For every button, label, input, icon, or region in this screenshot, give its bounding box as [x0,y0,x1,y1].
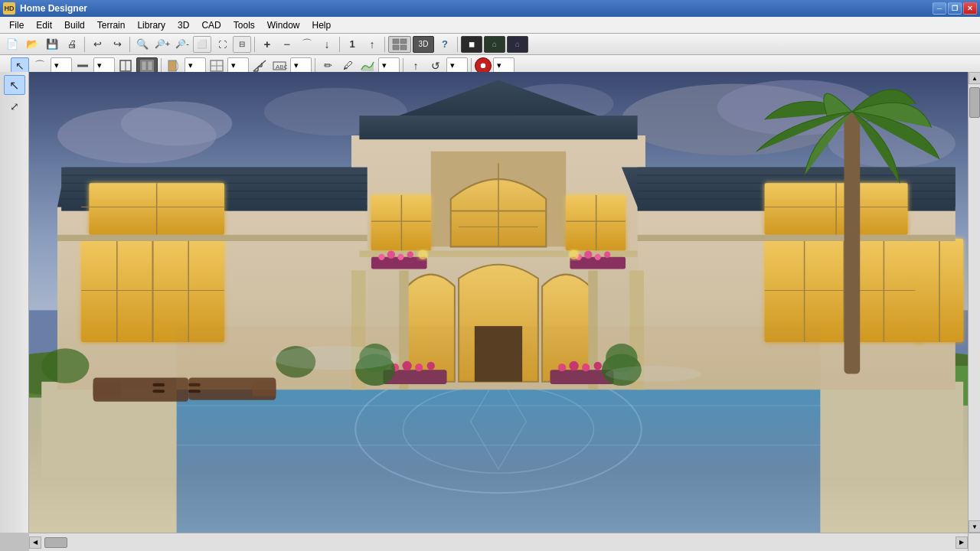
scroll-thumb-v[interactable] [969,87,980,118]
scrollbar-vertical[interactable]: ▲ ▼ [968,72,980,533]
house-render [29,72,968,533]
svg-point-136 [606,366,701,382]
svg-rect-3 [400,45,407,50]
menu-cad[interactable]: CAD [195,17,227,33]
svg-rect-119 [153,383,165,386]
sep5 [384,37,385,52]
menu-bar: File Edit Build Terrain Library 3D CAD T… [0,17,980,34]
svg-rect-105 [57,235,368,241]
redo-button[interactable]: ↪ [108,36,126,53]
camera-3d-button[interactable]: 3D [413,36,434,53]
select-tool-left[interactable]: ↖ [4,75,25,95]
svg-point-81 [604,252,610,258]
scroll-up-button[interactable]: ▲ [969,72,980,84]
left-panel: ↖ ⤢ [0,72,29,533]
svg-point-130 [41,348,89,383]
svg-line-14 [253,60,266,71]
add-button[interactable]: + [258,36,276,53]
title-bar: HD Home Designer ─ ❐ ✕ [0,0,980,17]
svg-rect-120 [153,390,165,393]
remove-button[interactable]: − [278,36,296,53]
minimize-button[interactable]: ─ [933,2,946,15]
zoom-tool-left[interactable]: ⤢ [4,96,25,116]
menu-library[interactable]: Library [131,17,172,33]
main-canvas [29,72,968,533]
render1-button[interactable]: ◼ [461,36,482,53]
svg-point-80 [595,254,601,260]
plan-view-button[interactable] [388,36,411,53]
sep2 [129,37,130,52]
sep8 [315,58,315,73]
print-button[interactable]: 🖨 [63,36,81,53]
svg-rect-0 [393,39,399,44]
scroll-right-button[interactable]: ▶ [956,536,968,549]
scroll-thumb-h[interactable] [44,537,67,548]
sep1 [84,37,85,52]
svg-rect-118 [93,382,121,398]
sep10 [471,58,472,73]
window-controls: ─ ❐ ✕ [933,2,977,15]
svg-rect-124 [188,390,201,393]
up-arrow-button[interactable]: ↑ [363,36,381,53]
svg-rect-47 [359,116,637,139]
app-icon: HD [3,2,15,15]
svg-point-75 [387,251,395,259]
menu-edit[interactable]: Edit [30,17,58,33]
menu-3d[interactable]: 3D [172,17,195,33]
open-button[interactable]: 📂 [23,36,41,53]
svg-rect-125 [844,112,861,374]
scroll-down-button[interactable]: ▼ [969,520,980,533]
svg-point-132 [418,249,427,259]
sep4 [339,37,340,52]
svg-rect-8 [142,61,146,70]
render2-button[interactable]: ⌂ [484,36,505,53]
curve-button[interactable]: ⌒ [298,36,316,53]
svg-point-74 [378,254,384,260]
svg-point-135 [272,346,399,370]
render3-button[interactable]: ⌂ [507,36,528,53]
menu-file[interactable]: File [3,17,30,33]
app-title: Home Designer [20,3,933,14]
all-floors-button[interactable]: ⊟ [233,36,251,53]
menu-tools[interactable]: Tools [227,17,261,33]
sep7 [161,58,162,73]
floor-num-button[interactable]: 1 [343,36,361,53]
sep3 [254,37,255,52]
svg-rect-106 [638,235,956,241]
svg-point-77 [407,252,413,258]
scroll-corner [968,533,980,551]
zoom-out-button[interactable]: 🔎- [173,36,191,53]
svg-point-23 [121,101,232,145]
fit-button[interactable]: ⛶ [213,36,231,53]
svg-point-76 [397,254,403,260]
svg-point-133 [569,249,578,259]
toolbar-1: 📄 📂 💾 🖨 ↩ ↪ 🔍 🔎+ 🔎- ⬜ ⛶ ⊟ + − ⌒ ↓ 1 ↑ 3D… [0,34,980,55]
menu-build[interactable]: Build [58,17,91,33]
scrollbar-horizontal[interactable]: ◀ ▶ [29,533,968,551]
svg-point-79 [584,251,592,259]
svg-text:ABC: ABC [276,64,287,70]
new-button[interactable]: 📄 [3,36,21,53]
save-button[interactable]: 💾 [43,36,61,53]
menu-help[interactable]: Help [305,17,337,33]
sep9 [403,58,403,73]
find-button[interactable]: 🔍 [133,36,152,53]
svg-rect-9 [148,61,152,70]
menu-terrain[interactable]: Terrain [91,17,132,33]
svg-rect-1 [400,39,407,44]
svg-rect-2 [393,45,399,50]
zoom-in-button[interactable]: 🔎+ [153,36,172,53]
menu-window[interactable]: Window [261,17,306,33]
sep6 [457,37,458,52]
window-view-button[interactable]: ⬜ [193,36,211,53]
help-icon-button[interactable]: ? [436,36,454,53]
restore-button[interactable]: ❐ [948,2,962,15]
svg-rect-10 [168,60,176,71]
scroll-left-button[interactable]: ◀ [29,536,41,549]
undo-button[interactable]: ↩ [88,36,106,53]
close-button[interactable]: ✕ [963,2,977,15]
arrow-down-button[interactable]: ↓ [318,36,336,53]
